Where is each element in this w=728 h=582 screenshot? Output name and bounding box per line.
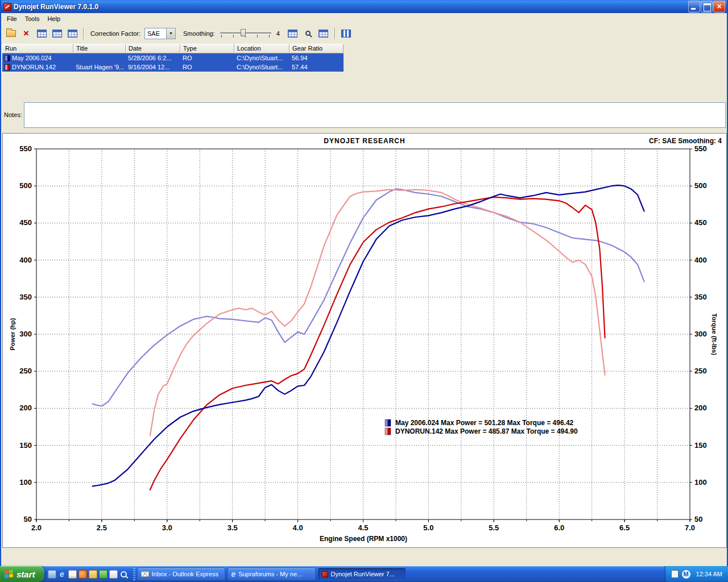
run-table: Run Title Date Type Location Gear Ratio … bbox=[2, 44, 344, 72]
svg-text:7.0: 7.0 bbox=[685, 523, 695, 532]
notepad-icon[interactable] bbox=[109, 570, 118, 579]
svg-text:200: 200 bbox=[694, 404, 707, 412]
media-player-icon[interactable] bbox=[78, 570, 87, 579]
svg-text:250: 250 bbox=[694, 367, 707, 375]
close-button[interactable]: × bbox=[713, 1, 725, 13]
chevron-down-icon[interactable] bbox=[166, 28, 175, 39]
dynojet-icon bbox=[322, 571, 328, 577]
smoothing-value: 4 bbox=[276, 30, 280, 37]
outlook-express-icon[interactable] bbox=[68, 570, 77, 579]
table-icon bbox=[52, 30, 62, 38]
titlebar[interactable]: Dynojet RunViewer 7.0.1.0 × bbox=[1, 0, 727, 13]
messenger-icon[interactable] bbox=[99, 570, 107, 579]
svg-text:100: 100 bbox=[694, 478, 707, 487]
menu-help[interactable]: Help bbox=[43, 14, 64, 23]
menubar: File Tools Help bbox=[1, 13, 727, 24]
svg-text:250: 250 bbox=[19, 367, 32, 375]
minimize-button[interactable] bbox=[688, 1, 700, 13]
taskbar-task-outlook[interactable]: Inbox - Outlook Express bbox=[137, 568, 225, 580]
svg-text:4.5: 4.5 bbox=[358, 523, 368, 532]
internet-explorer-icon[interactable]: e bbox=[58, 570, 67, 579]
table-row[interactable]: May 2006.024 5/28/2006 6:2... RO C:\Dyno… bbox=[2, 53, 344, 63]
zoom-graph-button[interactable] bbox=[301, 27, 315, 40]
show-desktop-icon[interactable] bbox=[48, 570, 56, 579]
series-dynorun-power bbox=[150, 197, 605, 490]
start-label: start bbox=[16, 569, 35, 579]
x-axis-ticks: 2.02.53.03.54.04.55.05.56.06.57.0 bbox=[31, 519, 695, 532]
app-window: Dynojet RunViewer 7.0.1.0 × File Tools H… bbox=[0, 0, 728, 566]
run-location: C:\Dyno\Stuart... bbox=[234, 53, 289, 63]
column-header-title[interactable]: Title bbox=[73, 44, 126, 53]
run-title bbox=[73, 53, 126, 63]
svg-text:300: 300 bbox=[19, 330, 32, 338]
menu-tools[interactable]: Tools bbox=[21, 14, 44, 23]
column-header-gear-ratio[interactable]: Gear Ratio bbox=[289, 44, 344, 53]
chart-panel: DYNOJET RESEARCH CF: SAE Smoothing: 4 Po… bbox=[2, 133, 727, 548]
open-folder-icon bbox=[6, 30, 16, 37]
svg-text:550: 550 bbox=[19, 144, 32, 153]
column-header-run[interactable]: Run bbox=[2, 44, 73, 53]
msn-tray-icon[interactable]: M bbox=[682, 570, 690, 579]
svg-text:5.5: 5.5 bbox=[489, 523, 499, 532]
run-type: RO bbox=[180, 53, 234, 63]
run-gear-ratio: 57.44 bbox=[289, 63, 344, 72]
series-dynorun-torque bbox=[150, 190, 605, 436]
tray-document-icon[interactable] bbox=[671, 570, 679, 578]
run-color-icon bbox=[5, 55, 10, 61]
taskbar: start e Inbox - Outlook Express e Supraf… bbox=[0, 566, 728, 582]
search-icon[interactable] bbox=[119, 570, 128, 579]
overlay-button[interactable] bbox=[317, 27, 330, 40]
close-run-button[interactable]: × bbox=[19, 27, 33, 40]
internet-explorer-icon: e bbox=[231, 570, 236, 578]
folder-icon[interactable] bbox=[89, 570, 97, 579]
svg-text:400: 400 bbox=[694, 256, 707, 264]
svg-text:6.5: 6.5 bbox=[619, 523, 630, 532]
svg-text:150: 150 bbox=[19, 441, 32, 450]
svg-text:4.0: 4.0 bbox=[293, 523, 303, 532]
column-header-type[interactable]: Type bbox=[180, 44, 234, 53]
graph-button[interactable] bbox=[286, 27, 300, 40]
app-icon bbox=[3, 3, 11, 11]
columns-icon bbox=[341, 30, 351, 38]
report-button[interactable] bbox=[340, 27, 353, 40]
menu-file[interactable]: File bbox=[3, 14, 21, 23]
run-name: DYNORUN.142 bbox=[12, 64, 56, 70]
delete-icon: × bbox=[23, 28, 29, 38]
notes-label: Notes: bbox=[4, 111, 22, 118]
table-icon bbox=[68, 30, 77, 38]
run-info-button[interactable] bbox=[65, 27, 79, 40]
svg-text:500: 500 bbox=[694, 181, 707, 190]
series-may-power bbox=[93, 185, 644, 486]
svg-text:200: 200 bbox=[19, 404, 32, 412]
svg-text:3.5: 3.5 bbox=[228, 523, 238, 532]
svg-text:400: 400 bbox=[19, 256, 32, 264]
envelope-icon bbox=[141, 571, 149, 577]
correction-factor-select[interactable]: SAE bbox=[144, 28, 176, 39]
svg-text:450: 450 bbox=[19, 218, 32, 227]
start-button[interactable]: start bbox=[0, 566, 44, 582]
table-row[interactable]: DYNORUN.142 Stuart Hagen '9... 9/16/2004… bbox=[2, 63, 344, 72]
column-header-location[interactable]: Location bbox=[234, 44, 289, 53]
dyno-chart: 5050100100150150200200250250300300350350… bbox=[3, 134, 726, 547]
svg-text:100: 100 bbox=[19, 478, 32, 487]
svg-text:2.0: 2.0 bbox=[31, 523, 42, 532]
run-data-button[interactable] bbox=[50, 27, 64, 40]
maximize-button[interactable] bbox=[701, 1, 713, 13]
slider-thumb[interactable] bbox=[241, 29, 246, 36]
svg-text:550: 550 bbox=[694, 144, 707, 153]
system-tray: M 12:34 AM bbox=[664, 566, 728, 582]
svg-text:6.0: 6.0 bbox=[554, 523, 564, 532]
run-title: Stuart Hagen '9... bbox=[73, 63, 126, 72]
svg-text:500: 500 bbox=[19, 181, 32, 190]
column-header-date[interactable]: Date bbox=[126, 44, 180, 53]
correction-factor-label: Correction Factor: bbox=[90, 30, 140, 37]
run-gear-ratio: 56.94 bbox=[289, 53, 344, 63]
taskbar-task-runviewer[interactable]: Dynojet RunViewer 7... bbox=[318, 568, 406, 580]
notes-input[interactable] bbox=[24, 102, 726, 128]
open-run-button[interactable] bbox=[4, 27, 18, 40]
taskbar-task-browser[interactable]: e Supraforums - My ne... bbox=[228, 568, 316, 580]
run-location: C:\Dyno\Stuart... bbox=[234, 63, 289, 72]
smoothing-slider[interactable] bbox=[219, 28, 272, 39]
magnifier-icon bbox=[305, 31, 311, 36]
run-list-button[interactable] bbox=[35, 27, 48, 40]
